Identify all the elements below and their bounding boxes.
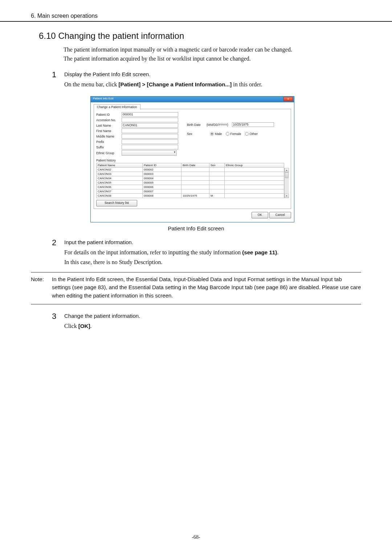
patient-history-table[interactable]: Patient Name Patient ID Birth Date Sex E…	[96, 163, 284, 198]
cell-birth: 10/25/1975	[181, 194, 209, 198]
cell-name: CANON06	[97, 185, 143, 189]
step-2-desc-2: In this case, there is no Study Descript…	[64, 258, 361, 267]
step-2-desc-1: For details on the input information, re…	[64, 248, 361, 257]
table-row[interactable]: CANON05000005	[97, 181, 284, 185]
table-header-row: Patient Name Patient ID Birth Date Sex E…	[97, 163, 284, 168]
table-row[interactable]: CANON06000006	[97, 185, 284, 189]
step-3-title: Change the patient information.	[64, 313, 361, 319]
page-header: 6. Main screen operations	[0, 0, 392, 22]
sex-male-radio[interactable]	[210, 132, 214, 136]
col-patient-name[interactable]: Patient Name	[97, 163, 143, 168]
table-row[interactable]: CANON03000003	[97, 172, 284, 176]
cell-name: CANON05	[97, 181, 143, 185]
cell-id: 000005	[143, 181, 181, 185]
cell-eth	[225, 172, 284, 176]
suffix-input[interactable]	[122, 145, 178, 149]
accession-label: Accession No.	[96, 118, 122, 122]
cell-sex: M	[209, 194, 225, 198]
cell-birth	[181, 176, 209, 181]
cell-eth	[225, 176, 284, 181]
col-patient-id[interactable]: Patient ID	[143, 163, 181, 168]
col-birth-date[interactable]: Birth Date	[181, 163, 209, 168]
first-name-input[interactable]	[122, 128, 178, 133]
table-row[interactable]: CANON0800000810/25/1975M	[97, 194, 284, 198]
table-row[interactable]: CANON04000004	[97, 176, 284, 181]
birth-date-hint: (MM/DD/YYYY)	[207, 123, 232, 127]
intro-line-2: The patient information acquired by the …	[64, 54, 361, 63]
accession-input[interactable]	[122, 118, 178, 122]
step-2-ref: (see page 11)	[242, 249, 277, 255]
dialog-title-text: Patient Info Edit	[93, 97, 113, 100]
tab-change-patient-info[interactable]: Change a Patient Information	[94, 104, 140, 110]
ok-button[interactable]: OK	[252, 212, 268, 218]
cell-sex	[209, 176, 225, 181]
note-text: In the Patient Info Edit screen, the Ess…	[52, 275, 361, 300]
section-title: 6.10 Changing the patient information	[31, 31, 361, 41]
cell-birth	[181, 185, 209, 189]
sex-female-label: Female	[230, 132, 241, 136]
patient-history-label: Patient history	[96, 159, 289, 162]
last-name-label: Last Name	[96, 124, 122, 127]
scroll-thumb[interactable]	[285, 172, 289, 178]
step-1-menu: [Patient] > [Change a Patient Informatio…	[119, 81, 232, 87]
patient-id-label: Patient ID	[96, 113, 122, 116]
cell-id: 000003	[143, 172, 181, 176]
sex-label: Sex	[187, 132, 207, 136]
cell-name: CANON08	[97, 194, 143, 198]
sex-other-label: Other	[250, 132, 258, 136]
cell-birth	[181, 181, 209, 185]
patient-id-input[interactable]: 000001	[122, 112, 178, 117]
cell-name: CANON04	[97, 176, 143, 181]
step-2-desc-a: For details on the input information, re…	[64, 249, 242, 255]
sex-male-label: Male	[215, 132, 222, 136]
cell-id: 000002	[143, 168, 181, 172]
prefix-input[interactable]	[122, 139, 178, 144]
close-icon[interactable]: ✕	[283, 97, 293, 101]
history-scrollbar[interactable]: ▴ ▾	[284, 168, 289, 198]
scroll-up-icon[interactable]: ▴	[285, 168, 289, 172]
cell-id: 000007	[143, 189, 181, 194]
birth-date-input[interactable]: 10/25/1975	[232, 122, 274, 127]
cell-eth	[225, 189, 284, 194]
step-1-desc-c: in this order.	[232, 81, 262, 87]
cell-name: CANON02	[97, 168, 143, 172]
ethnic-group-select[interactable]	[122, 150, 177, 156]
page-number: -68-	[0, 534, 392, 540]
step-3-desc: Click [OK].	[64, 322, 361, 331]
step-2-number: 2	[52, 238, 64, 247]
cell-eth	[225, 168, 284, 172]
cell-eth	[225, 181, 284, 185]
step-3-ok: [OK]	[78, 323, 90, 329]
cell-sex	[209, 172, 225, 176]
step-3-desc-a: Click	[64, 323, 78, 329]
note-block: Note: In the Patient Info Edit screen, t…	[31, 272, 361, 305]
col-ethnic-group[interactable]: Ethnic Group	[225, 163, 284, 168]
sex-female-radio[interactable]	[226, 132, 229, 136]
table-row[interactable]: CANON02000002	[97, 168, 284, 172]
step-1-number: 1	[52, 70, 64, 79]
step-2-desc-c: .	[277, 249, 278, 255]
cell-birth	[181, 172, 209, 176]
cell-sex	[209, 189, 225, 194]
table-row[interactable]: CANON07000007	[97, 189, 284, 194]
dialog-title-bar: Patient Info Edit ✕	[91, 97, 294, 102]
cell-sex	[209, 181, 225, 185]
birth-date-label: Birth Date	[187, 123, 207, 127]
step-1-desc-a: On the menu bar, click	[64, 81, 119, 87]
cell-sex	[209, 168, 225, 172]
step-1-desc: On the menu bar, click [Patient] > [Chan…	[64, 80, 361, 89]
cell-birth	[181, 168, 209, 172]
cell-eth	[225, 194, 284, 198]
cell-name: CANON07	[97, 189, 143, 194]
cell-name: CANON03	[97, 172, 143, 176]
cell-eth	[225, 185, 284, 189]
col-sex[interactable]: Sex	[209, 163, 225, 168]
last-name-input[interactable]: CANON01	[122, 123, 178, 128]
scroll-down-icon[interactable]: ▾	[285, 194, 289, 198]
cancel-button[interactable]: Cancel	[269, 212, 291, 218]
ethnic-group-label: Ethnic Group	[96, 151, 122, 155]
step-2-title: Input the patient information.	[64, 239, 361, 245]
sex-other-radio[interactable]	[245, 132, 249, 136]
middle-name-input[interactable]	[122, 134, 178, 139]
search-history-button[interactable]: Search history list	[96, 200, 137, 206]
